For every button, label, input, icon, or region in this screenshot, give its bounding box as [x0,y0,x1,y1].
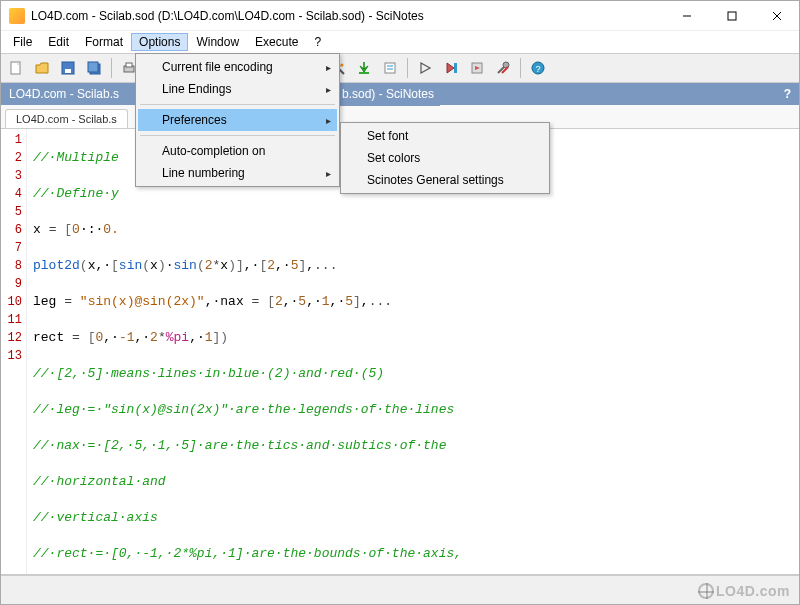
code-content[interactable]: //·Multiple //·Define·y x = [0·:·0. plot… [27,129,462,574]
svg-rect-11 [126,63,132,67]
preferences-submenu: Set font Set colors Scinotes General set… [340,122,550,194]
menu-current-file-encoding[interactable]: Current file encoding▸ [138,56,337,78]
titlebar: LO4D.com - Scilab.sod (D:\LO4D.com\LO4D.… [1,1,799,31]
svg-point-38 [503,62,509,68]
menu-execute[interactable]: Execute [247,33,306,51]
status-bar [1,574,799,604]
document-title-right: b.sod) - SciNotes [340,84,440,106]
svg-point-26 [341,64,344,67]
menu-format[interactable]: Format [77,33,131,51]
goto-icon[interactable] [379,57,401,79]
svg-marker-33 [447,63,454,73]
submenu-general-settings[interactable]: Scinotes General settings [343,169,547,191]
toolbar: ? [1,53,799,83]
save-icon[interactable] [57,57,79,79]
run-selection-icon[interactable] [440,57,462,79]
help-icon[interactable]: ? [527,57,549,79]
menu-window[interactable]: Window [188,33,247,51]
svg-rect-34 [454,63,457,73]
menu-auto-completion[interactable]: Auto-completion on [138,140,337,162]
options-dropdown: Current file encoding▸ Line Endings▸ Pre… [135,53,340,187]
menu-preferences[interactable]: Preferences▸ [138,109,337,131]
menu-separator [140,135,335,136]
menubar: File Edit Format Options Window Execute … [1,31,799,53]
open-file-icon[interactable] [31,57,53,79]
menu-edit[interactable]: Edit [40,33,77,51]
svg-rect-9 [88,62,98,72]
tab-active[interactable]: LO4D.com - Scilab.s [5,109,128,128]
tools-icon[interactable] [492,57,514,79]
window-controls [664,1,799,31]
document-title-left: LO4D.com - Scilab.s [9,87,119,101]
window-title: LO4D.com - Scilab.sod (D:\LO4D.com\LO4D.… [31,9,664,23]
save-all-icon[interactable] [83,57,105,79]
menu-help[interactable]: ? [306,33,329,51]
app-icon [9,8,25,24]
menu-line-numbering[interactable]: Line numbering▸ [138,162,337,184]
line-number-gutter: 1 2 3 4 5 6 7 8 9 10 11 12 13 [1,129,27,574]
toolbar-sep [407,58,408,78]
menu-line-endings[interactable]: Line Endings▸ [138,78,337,100]
document-help-icon[interactable]: ? [784,87,791,101]
submenu-set-colors[interactable]: Set colors [343,147,547,169]
run-icon[interactable] [414,57,436,79]
minimize-button[interactable] [664,1,709,31]
maximize-button[interactable] [709,1,754,31]
submenu-set-font[interactable]: Set font [343,125,547,147]
svg-rect-1 [728,12,736,20]
new-file-icon[interactable] [5,57,27,79]
menu-file[interactable]: File [5,33,40,51]
toolbar-sep [520,58,521,78]
close-button[interactable] [754,1,799,31]
editor[interactable]: 1 2 3 4 5 6 7 8 9 10 11 12 13 //·Multipl… [1,129,799,574]
menu-separator [140,104,335,105]
menu-options[interactable]: Options [131,33,188,51]
svg-rect-7 [65,69,71,73]
svg-marker-27 [360,62,368,72]
svg-rect-28 [359,72,369,74]
svg-rect-29 [385,63,395,73]
svg-text:?: ? [535,64,540,74]
svg-marker-32 [421,63,430,73]
toolbar-sep [111,58,112,78]
compile-icon[interactable] [466,57,488,79]
download-icon[interactable] [353,57,375,79]
